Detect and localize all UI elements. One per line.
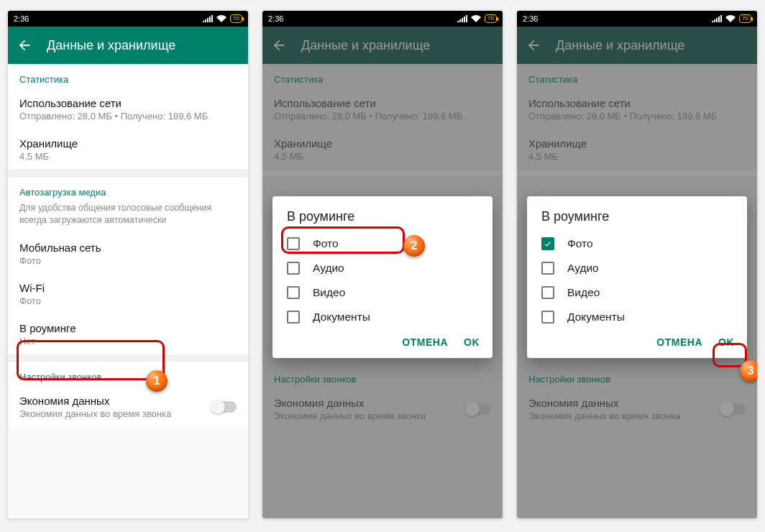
roaming-label: В роуминге [19,322,237,334]
autoload-header: Автозагрузка медиа [8,177,248,202]
mobile-label: Мобильная сеть [19,242,237,254]
dialog-title: В роуминге [527,209,747,231]
checkbox-icon[interactable] [287,286,300,299]
checkbox-icon[interactable] [541,311,554,324]
option-docs-label: Документы [567,311,625,324]
dialog-actions: ОТМЕНА OK [527,329,747,354]
wifi-icon [216,15,226,22]
signal-icon [203,15,213,22]
option-audio-label: Аудио [313,262,344,275]
storage-item[interactable]: Хранилище 4,5 МБ [8,129,248,170]
network-usage-label: Использование сети [19,97,237,109]
phone-screen-1: 2:36 70 Данные и хранилище Статистика Ис… [7,10,249,519]
checkbox-icon[interactable] [287,262,300,275]
back-icon[interactable] [17,37,32,53]
status-bar: 2:36 70 [517,11,757,27]
battery-icon: 70 [230,14,242,23]
storage-sub: 4,5 МБ [19,151,237,162]
roaming-sub: Нет [19,336,237,347]
settings-content: Статистика Использование сети Отправлено… [8,64,248,518]
checkbox-icon[interactable] [287,237,300,250]
option-video[interactable]: Видео [272,280,493,305]
option-photo[interactable]: Фото [272,231,493,256]
dialog-title: В роуминге [272,209,493,231]
storage-label: Хранилище [19,137,237,150]
network-usage-sub: Отправлено: 28,0 МБ • Получено: 189,6 МБ [19,111,237,121]
wifi-icon [725,15,736,22]
mobile-sub: Фото [19,255,237,266]
option-audio[interactable]: Аудио [272,256,493,280]
signal-icon [457,15,467,22]
roaming-item[interactable]: В роуминге Нет [8,314,248,354]
option-video-label: Видео [313,286,345,299]
app-bar: Данные и хранилище [8,27,248,64]
checkbox-icon[interactable] [541,237,554,250]
status-bar: 2:36 70 [262,11,503,27]
battery-icon: 70 [739,14,751,23]
status-time: 2:36 [523,14,538,23]
autoload-note: Для удобства общения голосовые сообщения… [8,202,248,234]
data-saver-sub: Экономия данных во время звонка [19,408,171,419]
option-docs[interactable]: Документы [272,305,493,329]
status-bar: 2:36 70 [8,11,248,27]
option-docs[interactable]: Документы [527,305,747,329]
battery-icon: 70 [485,14,497,23]
status-time: 2:36 [268,14,283,23]
data-saver-switch[interactable] [212,401,237,413]
data-saver-row[interactable]: Экономия данных Экономия данных во время… [8,387,248,427]
wifi-sub: Фото [19,295,237,306]
option-video[interactable]: Видео [527,280,747,305]
appbar-title: Данные и хранилище [47,38,175,53]
option-audio[interactable]: Аудио [527,256,747,280]
option-photo-label: Фото [313,237,339,250]
roaming-dialog: В роуминге Фото Аудио Видео Документы ОТ… [272,196,493,358]
option-photo-label: Фото [567,237,593,250]
divider [8,354,248,362]
stats-header: Статистика [8,64,248,89]
cancel-button[interactable]: ОТМЕНА [402,336,448,348]
phone-screen-3: 2:36 70 Данные и хранилище Статистика Ис… [516,10,758,519]
cancel-button[interactable]: ОТМЕНА [656,336,702,348]
option-photo[interactable]: Фото [527,231,747,256]
option-audio-label: Аудио [567,262,599,275]
ok-button[interactable]: OK [464,336,480,348]
option-video-label: Видео [567,286,600,299]
phone-screen-2: 2:36 70 Данные и хранилище Статистика Ис… [262,10,503,519]
checkbox-icon[interactable] [287,311,300,324]
calls-header: Настройки звонков [8,362,248,387]
wifi-item[interactable]: Wi-Fi Фото [8,274,248,314]
dialog-actions: ОТМЕНА OK [272,329,493,354]
wifi-icon [471,15,481,22]
checkbox-icon[interactable] [541,262,554,275]
divider [8,170,248,177]
wifi-label: Wi-Fi [19,282,237,294]
mobile-item[interactable]: Мобильная сеть Фото [8,234,248,274]
network-usage-item[interactable]: Использование сети Отправлено: 28,0 МБ •… [8,89,248,129]
roaming-dialog: В роуминге Фото Аудио Видео Документы ОТ… [527,196,747,358]
option-docs-label: Документы [313,311,370,324]
data-saver-label: Экономия данных [19,395,171,407]
checkbox-icon[interactable] [541,286,554,299]
ok-button[interactable]: OK [718,336,734,348]
signal-icon [712,15,722,22]
status-time: 2:36 [14,14,29,23]
